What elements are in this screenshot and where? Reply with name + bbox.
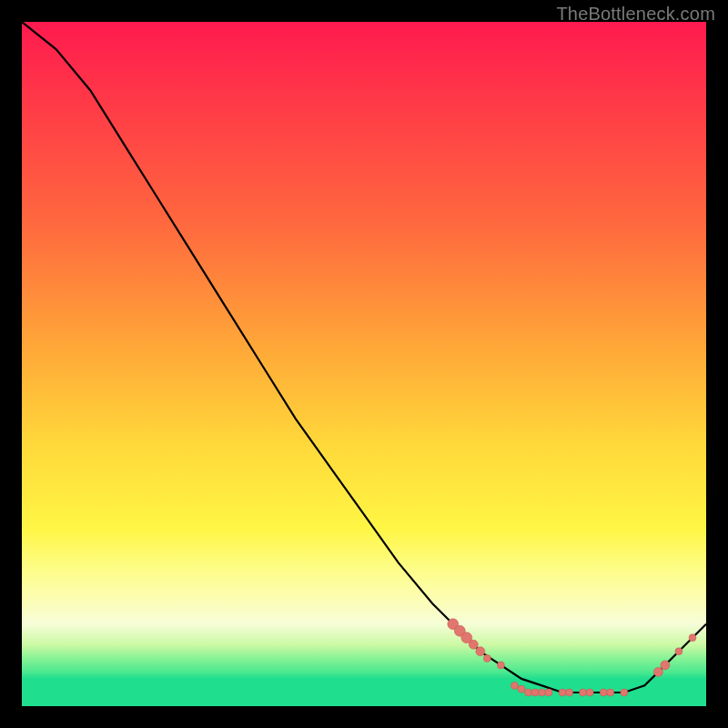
data-marker: [600, 689, 607, 696]
marker-group: [448, 619, 696, 696]
data-marker: [621, 689, 628, 696]
data-marker: [580, 689, 587, 696]
chart-frame: TheBottleneck.com: [0, 0, 728, 728]
chart-svg: [22, 22, 706, 706]
data-marker: [518, 685, 525, 693]
data-marker: [586, 689, 593, 696]
data-marker: [653, 667, 662, 676]
data-marker: [675, 648, 682, 655]
data-marker: [476, 647, 485, 656]
data-marker: [545, 689, 552, 696]
data-marker: [511, 682, 518, 689]
data-marker: [531, 689, 539, 696]
attribution-label: TheBottleneck.com: [556, 4, 715, 25]
data-marker: [689, 634, 696, 642]
data-marker: [559, 689, 566, 696]
data-marker: [469, 640, 478, 649]
data-marker: [566, 689, 573, 696]
data-marker: [661, 661, 670, 670]
data-marker: [497, 662, 504, 669]
bottleneck-curve: [22, 22, 706, 693]
chart-plot-area: [22, 22, 706, 706]
data-marker: [483, 654, 490, 662]
data-marker: [539, 689, 546, 696]
data-marker: [525, 689, 532, 696]
data-marker: [607, 689, 614, 696]
